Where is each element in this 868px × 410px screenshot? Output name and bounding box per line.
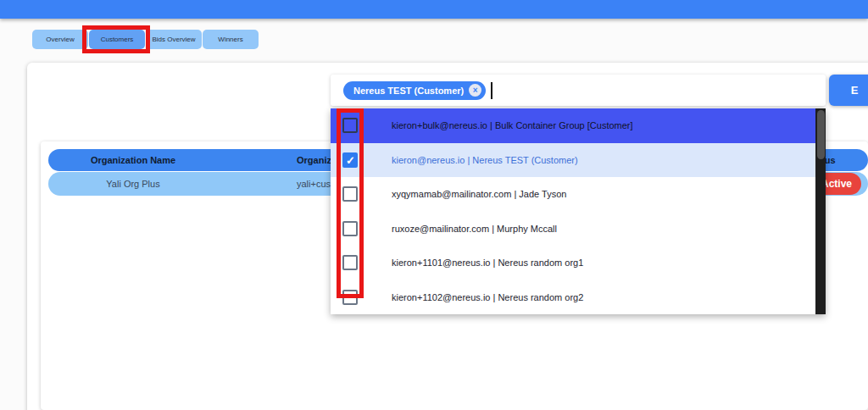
checkbox[interactable] bbox=[342, 152, 358, 168]
dropdown-option[interactable]: kieron+1102@nereus.io | Nereus random or… bbox=[331, 280, 826, 315]
dropdown-option[interactable]: kieron+1101@nereus.io | Nereus random or… bbox=[331, 246, 826, 280]
tab-bids-overview[interactable]: Bids Overview bbox=[146, 30, 202, 49]
checkbox[interactable] bbox=[342, 290, 358, 305]
dropdown-option[interactable]: xyqymamab@mailinator.com | Jade Tyson bbox=[331, 177, 826, 212]
checkbox[interactable] bbox=[342, 118, 358, 133]
cell-organization-name: Yali Org Plus bbox=[48, 172, 218, 196]
customer-dropdown-list: kieron+bulk@nereus.io | Bulk Container G… bbox=[331, 108, 826, 314]
export-button[interactable]: E bbox=[829, 75, 868, 106]
checkbox[interactable] bbox=[342, 186, 358, 202]
header-organization-name: Organization Name bbox=[48, 149, 218, 171]
tab-customers[interactable]: Customers bbox=[89, 30, 145, 49]
multiselect-input[interactable]: Nereus TEST (Customer) × bbox=[331, 75, 826, 106]
checkbox[interactable] bbox=[342, 221, 358, 236]
text-cursor bbox=[491, 82, 492, 99]
dropdown-option[interactable]: ruxoze@mailinator.com | Murphy Mccall bbox=[331, 212, 826, 247]
dropdown-option[interactable]: kieron@nereus.io | Nereus TEST (Customer… bbox=[331, 143, 826, 178]
tab-winners[interactable]: Winners bbox=[203, 30, 259, 49]
customer-multiselect: Nereus TEST (Customer) × kieron+bulk@ner… bbox=[331, 75, 826, 314]
chip-close-icon[interactable]: × bbox=[469, 84, 481, 97]
selected-customer-chip: Nereus TEST (Customer) × bbox=[343, 81, 486, 100]
tab-bar: Overview Customers Bids Overview Winners bbox=[32, 30, 259, 49]
dropdown-scrollbar[interactable] bbox=[815, 108, 826, 314]
scrollbar-thumb[interactable] bbox=[817, 110, 825, 159]
dropdown-option[interactable]: kieron+bulk@nereus.io | Bulk Container G… bbox=[331, 108, 826, 143]
chip-label: Nereus TEST (Customer) bbox=[353, 86, 464, 96]
app-top-bar bbox=[0, 0, 868, 19]
tab-overview[interactable]: Overview bbox=[32, 30, 88, 49]
checkbox[interactable] bbox=[342, 255, 358, 270]
